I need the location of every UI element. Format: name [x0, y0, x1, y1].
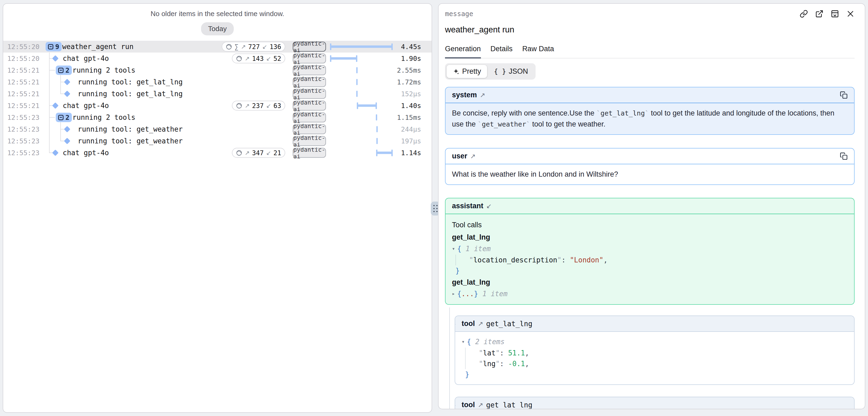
span-diamond-icon: [64, 126, 70, 132]
tool-name: get_lat_lng: [486, 401, 532, 409]
record-kind-label: message: [445, 10, 473, 18]
copy-icon[interactable]: [840, 91, 848, 99]
json-label: JSON: [509, 67, 528, 75]
span-timestamp: 12:55:23: [7, 114, 39, 121]
collapse-icon: [58, 68, 64, 73]
trace-row[interactable]: 12:55:23 chat gpt-4o ↗347 ↙21 pydantic-a…: [3, 147, 432, 159]
trace-panel: No older items in the selected time wind…: [3, 3, 432, 413]
input-tokens-arrow-icon: ↗: [245, 55, 250, 62]
span-duration: 1.72ms: [397, 78, 421, 86]
page-title: weather_agent run: [445, 25, 855, 35]
trace-row[interactable]: 12:55:21 running tool: get_lat_lng pydan…: [3, 76, 432, 88]
outgoing-arrow-icon: ↗: [478, 320, 483, 327]
duration-bar: [376, 138, 378, 144]
copy-icon[interactable]: [840, 152, 848, 160]
duration-bar: [376, 115, 377, 121]
sparkles-icon: [453, 68, 460, 75]
role-label: system: [452, 91, 477, 99]
tool-call-name: get_lat_lng: [452, 276, 848, 288]
service-tag[interactable]: pydantic-ai: [293, 136, 326, 146]
outgoing-arrow-icon: ↗: [470, 153, 475, 160]
span-duration: 1.90s: [401, 55, 421, 62]
token-usage-badge[interactable]: ↗347 ↙21: [232, 148, 285, 158]
braces-icon: { }: [494, 68, 506, 75]
trace-row[interactable]: 12:55:21 2 running 2 tools pydantic-ai 2…: [3, 64, 432, 76]
span-diamond-icon: [52, 102, 58, 109]
json-expand-toggle[interactable]: ▾{ 1 item: [452, 244, 848, 255]
output-tokens-arrow-icon: ↙: [262, 43, 267, 50]
collapse-count-badge[interactable]: 2: [56, 66, 72, 75]
span-timestamp: 12:55:20: [7, 55, 39, 62]
trace-row[interactable]: 12:55:23 2 running 2 tools pydantic-ai 1…: [3, 111, 432, 123]
role-label: assistant: [452, 202, 483, 210]
copy-link-icon[interactable]: [800, 10, 808, 18]
collapse-count-badge[interactable]: 9: [45, 42, 62, 52]
trace-row[interactable]: 12:55:23 running tool: get_weather pydan…: [3, 135, 432, 147]
token-usage-badge[interactable]: ↗143 ↙52: [232, 54, 285, 64]
token-usage-badge[interactable]: ∑ ↗727 ↙136: [222, 42, 285, 52]
input-tokens: 237: [252, 102, 264, 109]
service-tag[interactable]: pydantic-ai: [293, 113, 326, 123]
timeline-bar-column: [330, 88, 394, 100]
service-tag[interactable]: pydantic-ai: [293, 42, 326, 52]
user-message-text: What is the weather like in London and i…: [445, 164, 854, 184]
tool-call-name: get_lat_lng: [452, 231, 848, 244]
today-button[interactable]: Today: [201, 22, 234, 35]
service-tag[interactable]: pydantic-ai: [293, 124, 326, 134]
json-view-button[interactable]: { } JSON: [488, 65, 534, 78]
json-line: "location_description": "London",: [456, 255, 848, 265]
collapse-icon: [48, 44, 53, 49]
service-tag[interactable]: pydantic-ai: [293, 148, 326, 158]
json-expand-toggle[interactable]: ▸{...} 1 item: [452, 288, 848, 300]
service-tag[interactable]: pydantic-ai: [293, 89, 326, 99]
pretty-view-button[interactable]: Pretty: [446, 65, 487, 78]
collapse-count-badge[interactable]: 2: [56, 113, 72, 122]
tool-calls-heading: Tool calls: [452, 219, 848, 231]
span-timestamp: 12:55:20: [7, 43, 39, 51]
trace-row[interactable]: 12:55:20 9 weather_agent run ∑ ↗727 ↙136…: [3, 41, 432, 53]
tool-return-panel: tool ↗ get_lat_lng ▾{ 2 items: [455, 397, 855, 409]
span-title: chat gpt-4o: [63, 55, 109, 62]
span-title: chat gpt-4o: [63, 102, 109, 109]
input-tokens-arrow-icon: ↗: [245, 150, 250, 156]
trace-row[interactable]: 12:55:21 running tool: get_lat_lng pydan…: [3, 88, 432, 100]
role-label: tool: [462, 320, 475, 328]
collapse-panel-icon[interactable]: [831, 10, 839, 18]
duration-bar: [376, 126, 378, 132]
token-usage-badge[interactable]: ↗237 ↙63: [232, 101, 285, 111]
tool-return-panel: tool ↗ get_lat_lng ▾{ 2 items "lat": 51.…: [455, 316, 855, 385]
service-tag[interactable]: pydantic-ai: [293, 65, 326, 75]
json-expand-toggle[interactable]: ▾{ 2 items: [462, 337, 848, 348]
open-external-icon[interactable]: [815, 10, 824, 18]
duration-bar: [357, 104, 377, 107]
trace-row[interactable]: 12:55:20 chat gpt-4o ↗143 ↙52 pydantic-a…: [3, 53, 432, 64]
sigma-icon: ∑: [235, 43, 238, 51]
tab-raw-data[interactable]: Raw Data: [522, 45, 554, 58]
output-tokens: 63: [273, 102, 281, 109]
span-diamond-icon: [64, 138, 70, 144]
child-count: 9: [55, 43, 59, 51]
json-line: "lat": 51.1,: [465, 348, 848, 358]
span-diamond-icon: [64, 79, 70, 85]
input-tokens-arrow-icon: ↗: [245, 102, 250, 109]
tab-details[interactable]: Details: [491, 45, 513, 58]
outgoing-arrow-icon: ↗: [478, 401, 483, 409]
collapse-icon: [58, 115, 64, 120]
trace-row[interactable]: 12:55:23 running tool: get_weather pydan…: [3, 123, 432, 135]
service-tag[interactable]: pydantic-ai: [293, 54, 326, 64]
span-diamond-icon: [64, 91, 70, 97]
service-tag[interactable]: pydantic-ai: [293, 101, 326, 111]
span-title: running 2 tools: [72, 66, 135, 74]
json-line: }: [462, 369, 848, 380]
trace-row[interactable]: 12:55:21 chat gpt-4o ↗237 ↙63 pydantic-a…: [3, 100, 432, 111]
service-tag[interactable]: pydantic-ai: [293, 77, 326, 87]
duration-bar: [356, 67, 358, 73]
close-icon[interactable]: [846, 10, 855, 18]
span-duration: 1.40s: [401, 102, 421, 109]
span-duration: 244µs: [401, 125, 421, 133]
span-diamond-icon: [52, 55, 58, 62]
timeline-bar-column: [330, 111, 394, 123]
tab-generation[interactable]: Generation: [445, 45, 481, 58]
span-rows: 12:55:20 9 weather_agent run ∑ ↗727 ↙136…: [3, 41, 432, 159]
timeline-bar-column: [330, 100, 394, 111]
